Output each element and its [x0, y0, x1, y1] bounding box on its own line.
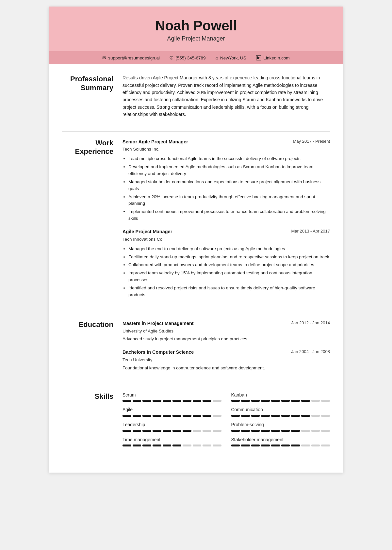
skill-segment — [241, 400, 250, 402]
resume-body: ProfessionalSummary Results-driven Agile… — [49, 64, 343, 473]
skill-name: Communication — [231, 406, 330, 413]
skill-item: Agile — [122, 406, 221, 417]
divider-1 — [62, 131, 330, 132]
skill-name: Stakeholder management — [231, 436, 330, 444]
skills-label-text: Skills — [62, 392, 113, 401]
skill-segment — [122, 430, 131, 432]
skill-bar — [122, 400, 221, 402]
edu-2-date: Jan 2004 - Jan 2008 — [291, 348, 330, 355]
divider-3 — [62, 385, 330, 385]
experience-section: WorkExperience Senior Agile Project Mana… — [62, 138, 330, 303]
skill-segment — [251, 400, 260, 402]
skill-segment — [261, 415, 270, 417]
skill-segment — [163, 415, 172, 417]
skill-segment — [321, 445, 330, 446]
skill-segment — [301, 445, 310, 446]
skill-name: Agile — [122, 406, 221, 413]
skill-segment — [311, 445, 320, 446]
skill-segment — [271, 415, 280, 417]
edu-1-degree: Masters in Project Management — [122, 320, 194, 327]
education-label-text: Education — [62, 320, 113, 329]
summary-text: Results-driven Agile Project Manager wit… — [122, 74, 330, 118]
edu-1-school: University of Agile Studies — [122, 328, 330, 335]
skill-name: Leadership — [122, 421, 221, 429]
skill-segment — [213, 430, 221, 432]
skill-segment — [231, 445, 240, 446]
skill-name: Time management — [122, 436, 221, 444]
skill-segment — [153, 415, 161, 417]
list-item: Achieved a 20% increase in team producti… — [128, 194, 330, 207]
job-1-date: May 2017 - Present — [293, 138, 330, 145]
job-2-bullets: Managed the end-to-end delivery of softw… — [122, 246, 330, 299]
skill-segment — [203, 430, 211, 432]
summary-label-text: ProfessionalSummary — [62, 75, 113, 92]
list-item: Facilitated daily stand-up meetings, spr… — [128, 254, 330, 261]
edu-1-header: Masters in Project Management Jan 2012 -… — [122, 320, 330, 327]
email-icon: ✉ — [102, 55, 106, 60]
skill-segment — [281, 445, 290, 446]
skill-segment — [241, 430, 250, 432]
edu-2-school: Tech University — [122, 357, 330, 364]
skill-segment — [311, 400, 320, 402]
candidate-title: Agile Project Manager — [62, 35, 330, 42]
education-section: Education Masters in Project Management … — [62, 320, 330, 375]
skill-segment — [261, 430, 270, 432]
skill-segment — [321, 400, 330, 402]
skill-segment — [291, 445, 300, 446]
skill-segment — [172, 445, 181, 446]
job-2-title: Agile Project Manager — [122, 228, 172, 235]
header-section: Noah Powell Agile Project Manager — [49, 7, 343, 51]
skill-segment — [291, 430, 300, 432]
experience-content: Senior Agile Project Manager May 2017 - … — [122, 138, 330, 300]
skill-segment — [172, 415, 181, 417]
skill-segment — [291, 415, 300, 417]
skill-segment — [281, 415, 290, 417]
skill-segment — [213, 415, 221, 417]
skill-name: Kanban — [231, 392, 330, 399]
edu-2-header: Bachelors in Computer Science Jan 2004 -… — [122, 348, 330, 356]
list-item: Improved team velocity by 15% by impleme… — [128, 270, 330, 283]
list-item: Identified and resolved project risks an… — [128, 285, 330, 299]
list-item: Collaborated with product owners and dev… — [128, 262, 330, 268]
skills-section: Skills ScrumKanbanAgileCommunicationLead… — [62, 392, 330, 450]
skill-segment — [122, 400, 131, 402]
skill-item: Leadership — [122, 421, 221, 432]
job-2-header: Agile Project Manager Mar 2013 - Apr 201… — [122, 228, 330, 235]
skill-segment — [163, 430, 172, 432]
phone-text: (555) 345-6789 — [175, 56, 205, 60]
list-item: Managed the end-to-end delivery of softw… — [128, 246, 330, 252]
experience-label-text: WorkExperience — [62, 139, 113, 156]
skill-segment — [271, 430, 280, 432]
skill-segment — [163, 400, 172, 402]
list-item: Developed and implemented Agile methodol… — [128, 164, 330, 177]
divider-2 — [62, 313, 330, 313]
job-2-company: Tech Innovations Co. — [122, 236, 330, 243]
skill-name: Problem-solving — [231, 421, 330, 429]
summary-section: ProfessionalSummary Results-driven Agile… — [62, 74, 330, 121]
skill-item: Time management — [122, 436, 221, 447]
skill-segment — [281, 400, 290, 402]
contact-phone: ✆ (555) 345-6789 — [170, 55, 205, 60]
linkedin-icon: in — [256, 55, 262, 60]
skill-segment — [172, 400, 181, 402]
skill-segment — [193, 445, 202, 446]
skill-segment — [231, 400, 240, 402]
skill-segment — [261, 445, 270, 446]
skill-segment — [133, 400, 141, 402]
skill-segment — [142, 400, 151, 402]
skill-segment — [213, 445, 221, 446]
skill-segment — [203, 400, 211, 402]
skill-segment — [142, 430, 151, 432]
summary-label: ProfessionalSummary — [62, 74, 122, 118]
skill-segment — [133, 415, 141, 417]
skill-segment — [241, 445, 250, 446]
skill-segment — [301, 430, 310, 432]
skill-segment — [203, 445, 211, 446]
contact-email: ✉ support@resumedesign.ai — [102, 55, 160, 60]
location-text: NewYork, US — [220, 56, 246, 60]
skill-segment — [122, 445, 131, 446]
contact-location: ⌂ NewYork, US — [215, 55, 246, 60]
skill-segment — [271, 400, 280, 402]
skill-segment — [271, 445, 280, 446]
skill-segment — [321, 415, 330, 417]
